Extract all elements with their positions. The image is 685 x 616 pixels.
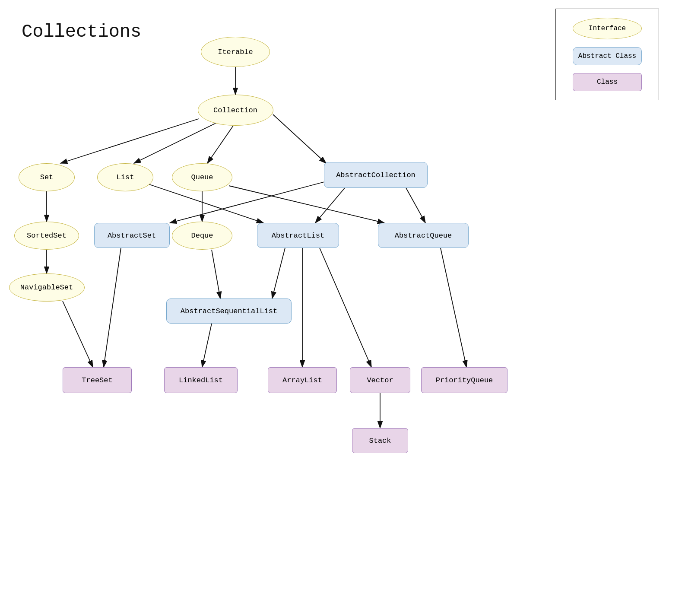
node-navigableset: NavigableSet xyxy=(9,273,85,302)
svg-line-2 xyxy=(60,119,199,163)
svg-line-11 xyxy=(229,186,384,223)
svg-line-20 xyxy=(320,248,371,367)
node-linkedlist: LinkedList xyxy=(164,367,238,393)
node-arraylist: ArrayList xyxy=(268,367,337,393)
node-set: Set xyxy=(19,163,75,191)
svg-line-15 xyxy=(272,248,285,298)
node-abstractqueue: AbstractQueue xyxy=(378,223,469,248)
svg-line-16 xyxy=(63,301,93,367)
svg-line-14 xyxy=(212,250,220,298)
node-vector: Vector xyxy=(350,367,410,393)
svg-line-21 xyxy=(441,248,466,367)
svg-line-8 xyxy=(315,184,348,223)
legend-box: Interface Abstract Class Class xyxy=(555,9,659,100)
node-priorityqueue: PriorityQueue xyxy=(421,367,507,393)
svg-line-17 xyxy=(104,248,121,367)
node-collection: Collection xyxy=(198,95,273,126)
node-abstractset: AbstractSet xyxy=(94,223,170,248)
page-title: Collections xyxy=(22,22,141,42)
node-iterable: Iterable xyxy=(201,37,270,67)
svg-line-9 xyxy=(406,188,425,223)
svg-line-5 xyxy=(273,114,326,163)
svg-line-18 xyxy=(202,324,212,367)
diagram-container: Collections Interface Abstract Class Cla… xyxy=(0,0,685,616)
legend-interface: Interface xyxy=(573,18,642,39)
node-deque: Deque xyxy=(172,222,232,250)
node-abstractlist: AbstractList xyxy=(257,223,339,248)
legend-class: Class xyxy=(573,73,642,91)
node-treeset: TreeSet xyxy=(63,367,132,393)
legend-abstract: Abstract Class xyxy=(573,47,642,65)
node-sortedset: SortedSet xyxy=(14,222,79,250)
svg-line-3 xyxy=(134,121,220,163)
node-abstractseqlist: AbstractSequentialList xyxy=(166,298,292,324)
node-list: List xyxy=(97,163,153,191)
node-abstractcol: AbstractCollection xyxy=(324,162,428,188)
node-stack: Stack xyxy=(352,428,408,453)
node-queue: Queue xyxy=(172,163,232,191)
svg-line-4 xyxy=(207,126,233,163)
